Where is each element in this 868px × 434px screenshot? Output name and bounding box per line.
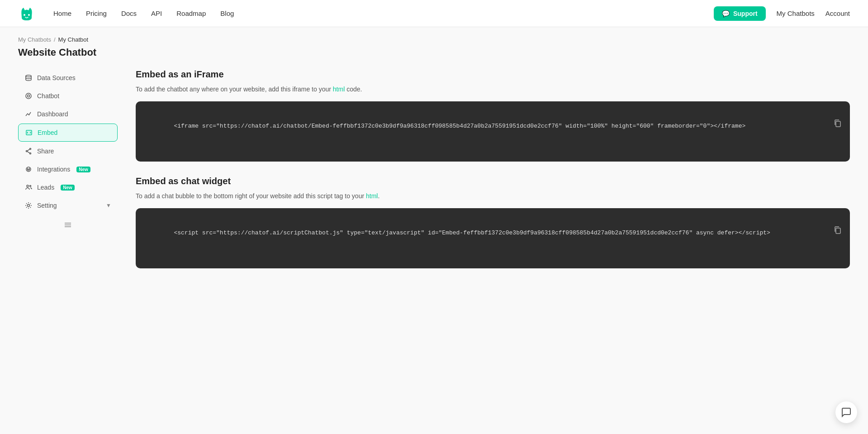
share-icon [24, 147, 33, 155]
integrations-badge: New [76, 167, 90, 172]
nav-right: 💬 Support My Chatbots Account [714, 6, 850, 21]
gear-icon [24, 201, 33, 210]
svg-point-12 [26, 151, 28, 152]
sidebar-item-leads[interactable]: Leads New [18, 179, 118, 196]
iframe-section: Embed as an iFrame To add the chatbot an… [136, 69, 850, 162]
svg-rect-5 [26, 130, 32, 135]
sidebar-toggle[interactable] [18, 215, 118, 235]
svg-line-9 [30, 133, 31, 134]
svg-point-2 [26, 75, 31, 77]
users-icon [24, 183, 33, 191]
nav-account[interactable]: Account [825, 10, 850, 17]
svg-point-11 [30, 153, 31, 154]
widget-description: To add a chat bubble to the bottom right… [136, 191, 850, 201]
breadcrumb-parent[interactable]: My Chatbots [18, 36, 51, 43]
plug-icon [24, 165, 33, 173]
widget-code-block: <script src="https://chatof.ai/scriptCha… [136, 208, 850, 268]
content-area: Embed as an iFrame To add the chatbot an… [127, 69, 850, 413]
nav-links: Home Pricing Docs API Roadmap Blog [53, 10, 714, 17]
logo[interactable] [18, 5, 35, 22]
sidebar-item-data-sources[interactable]: Data Sources [18, 69, 118, 86]
sidebar-item-share[interactable]: Share [18, 143, 118, 160]
embed-icon [25, 129, 33, 137]
chart-icon [24, 110, 33, 118]
widget-code: <script src="https://chatof.ai/scriptCha… [174, 229, 770, 236]
nav-blog[interactable]: Blog [220, 10, 234, 17]
iframe-code: <iframe src="https://chatof.ai/chatbot/E… [174, 123, 745, 129]
support-button[interactable]: 💬 Support [714, 6, 766, 21]
page-title: Website Chatbot [0, 47, 868, 69]
discord-icon: 💬 [722, 10, 730, 17]
svg-line-13 [28, 149, 30, 151]
widget-copy-button[interactable] [809, 215, 844, 248]
sidebar-label-dashboard: Dashboard [37, 110, 68, 118]
chevron-down-icon: ▼ [106, 202, 111, 209]
sidebar-label-setting: Setting [37, 202, 57, 209]
nav-pricing[interactable]: Pricing [86, 10, 107, 17]
sidebar-label-leads: Leads [37, 184, 54, 191]
svg-point-10 [30, 148, 31, 150]
chat-icon [24, 92, 33, 100]
nav-my-chatbots[interactable]: My Chatbots [777, 10, 815, 17]
navbar: Home Pricing Docs API Roadmap Blog 💬 Sup… [0, 0, 868, 27]
sidebar-item-dashboard[interactable]: Dashboard [18, 105, 118, 123]
svg-point-1 [28, 14, 30, 16]
svg-point-3 [26, 93, 31, 99]
nav-api[interactable]: API [151, 10, 162, 17]
sidebar-item-embed[interactable]: Embed [18, 124, 118, 142]
nav-docs[interactable]: Docs [121, 10, 137, 17]
widget-html-link[interactable]: html [366, 192, 378, 200]
svg-point-0 [24, 14, 25, 16]
sidebar: Data Sources Chatbot Dashboard Embed Sha [18, 69, 127, 413]
iframe-copy-button[interactable] [809, 108, 844, 141]
leads-badge: New [61, 185, 75, 191]
chat-bubble-button[interactable] [835, 401, 857, 423]
sidebar-label-chatbot: Chatbot [37, 92, 59, 100]
svg-rect-22 [836, 121, 840, 127]
svg-rect-23 [836, 228, 840, 234]
sidebar-item-setting[interactable]: Setting ▼ [18, 197, 118, 214]
sidebar-item-integrations[interactable]: Integrations New [18, 161, 118, 178]
logo-icon [18, 5, 35, 22]
svg-point-16 [27, 185, 28, 187]
iframe-description: To add the chatbot any where on your web… [136, 84, 850, 94]
iframe-title: Embed as an iFrame [136, 69, 850, 80]
main-layout: Data Sources Chatbot Dashboard Embed Sha [0, 69, 868, 413]
nav-home[interactable]: Home [53, 10, 71, 17]
iframe-code-block: <iframe src="https://chatof.ai/chatbot/E… [136, 101, 850, 161]
breadcrumb-separator: / [54, 36, 56, 43]
iframe-html-link[interactable]: html [333, 86, 345, 93]
svg-point-18 [28, 205, 30, 207]
svg-line-14 [28, 152, 30, 153]
database-icon [24, 74, 33, 82]
sidebar-item-chatbot[interactable]: Chatbot [18, 87, 118, 105]
nav-roadmap[interactable]: Roadmap [176, 10, 206, 17]
svg-point-4 [28, 95, 30, 97]
sidebar-label-embed: Embed [38, 129, 57, 136]
sidebar-label-integrations: Integrations [37, 166, 70, 173]
breadcrumb: My Chatbots / My Chatbot [0, 27, 868, 47]
widget-section: Embed as chat widget To add a chat bubbl… [136, 176, 850, 268]
breadcrumb-current: My Chatbot [58, 36, 88, 43]
sidebar-label-data-sources: Data Sources [37, 74, 76, 81]
svg-line-7 [27, 133, 28, 134]
widget-title: Embed as chat widget [136, 176, 850, 186]
svg-point-17 [30, 186, 31, 187]
sidebar-label-share: Share [37, 148, 54, 155]
